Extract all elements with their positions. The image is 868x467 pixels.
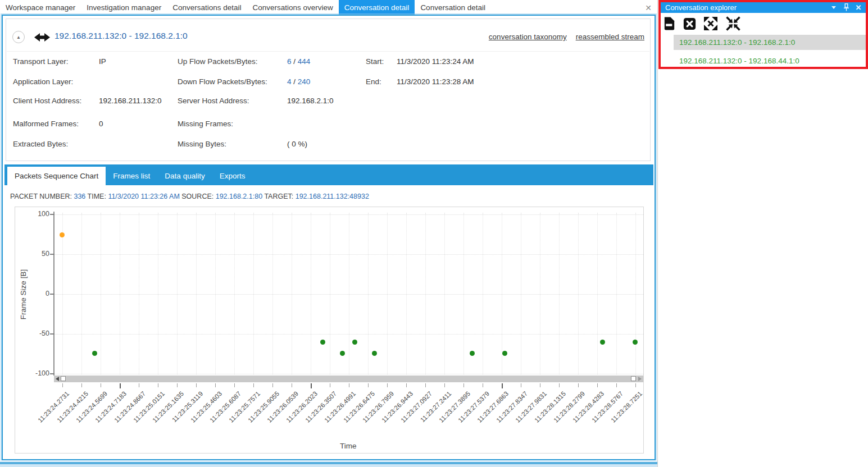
- bidirectional-arrow-icon: [34, 33, 50, 44]
- gridline-vertical: [234, 213, 235, 374]
- panel-divider: [657, 0, 658, 467]
- gridline-vertical: [502, 213, 502, 374]
- data-point-packets[interactable]: [340, 351, 345, 356]
- gridline-vertical: [463, 213, 464, 374]
- remove-page-icon[interactable]: [662, 16, 677, 31]
- gridline-vertical: [578, 213, 579, 374]
- subtab-packets-sequence-chart[interactable]: Packets Sequence Chart: [7, 167, 106, 185]
- field-label: Up Flow Packets/Bytes:: [178, 57, 258, 66]
- x-axis-tick: [234, 383, 235, 387]
- gridline-vertical: [635, 213, 636, 374]
- gridline-vertical: [139, 213, 139, 374]
- data-point-packets[interactable]: [633, 340, 638, 345]
- subtab-data-quality[interactable]: Data quality: [157, 167, 212, 185]
- x-axis-tick: [292, 383, 292, 387]
- gridline-vertical: [521, 213, 521, 374]
- field-value: 6 / 444: [287, 57, 310, 66]
- packet-info-value: 11/3/2020 11:23:26 AM: [108, 193, 181, 200]
- tab-conversations-overview[interactable]: Conversations overview: [247, 0, 338, 15]
- subtab-frames-list[interactable]: Frames list: [106, 167, 157, 185]
- field-value: 192.168.2.1:0: [287, 97, 334, 105]
- data-point-packets[interactable]: [320, 340, 325, 345]
- gridline-vertical: [81, 213, 82, 374]
- data-point-packets[interactable]: [92, 351, 97, 356]
- gridline-vertical: [387, 213, 388, 374]
- gridline-vertical: [196, 213, 197, 374]
- conversation-explorer-panel: Conversation explorer ✕: [658, 0, 868, 467]
- x-axis-tick: [578, 383, 579, 387]
- scrollbar-right-arrow-icon[interactable]: [638, 377, 642, 381]
- tab-conversations-detail[interactable]: Conversations detail: [167, 0, 247, 15]
- data-point-packets[interactable]: [600, 340, 605, 345]
- pin-icon[interactable]: [841, 3, 851, 12]
- close-icon[interactable]: ✕: [643, 2, 654, 13]
- field-value: 192.168.211.132:0: [99, 97, 162, 105]
- gridline-vertical: [444, 213, 445, 374]
- scrollbar-left-thumb[interactable]: [61, 376, 66, 381]
- data-point-packets[interactable]: [372, 351, 377, 356]
- gridline-vertical: [483, 213, 483, 374]
- x-axis-tick: [463, 383, 464, 387]
- conversation-taxonomy-link[interactable]: conversation taxonomy: [489, 33, 567, 41]
- x-axis-tick: [387, 383, 388, 387]
- scrollbar-right-thumb[interactable]: [631, 376, 636, 381]
- packet-info-line: PACKET NUMBER: 336 TIME: 11/3/2020 11:23…: [10, 193, 369, 200]
- x-axis-tick: [253, 383, 254, 387]
- tab-investigation-manager[interactable]: Investigation manager: [81, 0, 167, 15]
- data-point-packets[interactable]: [502, 351, 507, 356]
- field-label: Missing Frames:: [178, 120, 233, 128]
- x-axis-tick: [444, 383, 445, 387]
- gridline-vertical: [158, 213, 158, 374]
- gridline-vertical: [272, 213, 273, 374]
- gridline-vertical: [540, 213, 540, 374]
- packet-info-label: TIME:: [88, 193, 108, 200]
- x-axis-tick: [330, 383, 330, 387]
- gridline-vertical: [177, 213, 178, 374]
- y-tick-label: 0: [25, 290, 49, 297]
- tab-workspace-manager[interactable]: Workspace manager: [0, 0, 81, 15]
- reassembled-stream-link[interactable]: reassembled stream: [576, 33, 644, 41]
- x-axis-tick: [502, 383, 503, 388]
- expand-all-icon[interactable]: [702, 16, 719, 31]
- window-menu-icon[interactable]: [829, 3, 839, 12]
- y-axis-tick: [50, 333, 54, 335]
- header-separator: [7, 51, 649, 52]
- packet-info-value: 336: [74, 193, 87, 200]
- collapse-button[interactable]: ▲: [12, 31, 25, 43]
- field-label: End:: [366, 77, 381, 86]
- gridline-vertical: [292, 213, 292, 374]
- x-axis-tick: [540, 383, 540, 387]
- x-axis-tick: [62, 383, 63, 387]
- data-point-packets[interactable]: [470, 351, 475, 356]
- data-point-highlighted-packet[interactable]: [60, 232, 65, 237]
- packet-info-label: TARGET:: [264, 193, 295, 200]
- explorer-close-icon[interactable]: ✕: [853, 3, 864, 12]
- x-axis-tick: [425, 383, 426, 387]
- chart-scrollbar[interactable]: [54, 376, 643, 382]
- scrollbar-left-arrow-icon[interactable]: [56, 377, 59, 381]
- y-tick-label: -50: [25, 329, 49, 337]
- gridline-vertical: [311, 213, 311, 374]
- gridline-vertical: [425, 213, 426, 374]
- field-label: Down Flow Packets/Bytes:: [178, 77, 267, 86]
- tab-conversation-detail[interactable]: Conversation detail: [339, 0, 415, 15]
- subtab-exports[interactable]: Exports: [212, 167, 253, 185]
- conversation-item[interactable]: 192.168.211.132:0 - 192.168.2.1:0: [674, 35, 866, 50]
- field-value: 0: [99, 120, 103, 128]
- y-axis-tick: [50, 254, 54, 255]
- x-axis-tick: [406, 383, 407, 387]
- x-axis-tick: [483, 383, 483, 387]
- packet-info-label: PACKET NUMBER:: [10, 193, 74, 200]
- field-label: Application Layer:: [13, 77, 73, 86]
- tab-conversation-detail-2[interactable]: Conversation detail: [415, 0, 491, 15]
- remove-all-icon[interactable]: [682, 16, 697, 31]
- conversation-item[interactable]: 192.168.211.132:0 - 192.168.44.1:0: [674, 53, 866, 68]
- field-label: Client Host Address:: [13, 97, 81, 105]
- field-label: Server Host Address:: [178, 97, 249, 105]
- document-tabbar: Workspace managerInvestigation managerCo…: [0, 0, 657, 15]
- x-axis-tick: [81, 383, 82, 387]
- x-axis-tick: [349, 383, 349, 387]
- data-point-packets[interactable]: [352, 340, 357, 345]
- x-axis-tick: [635, 383, 636, 387]
- collapse-all-icon[interactable]: [724, 16, 742, 31]
